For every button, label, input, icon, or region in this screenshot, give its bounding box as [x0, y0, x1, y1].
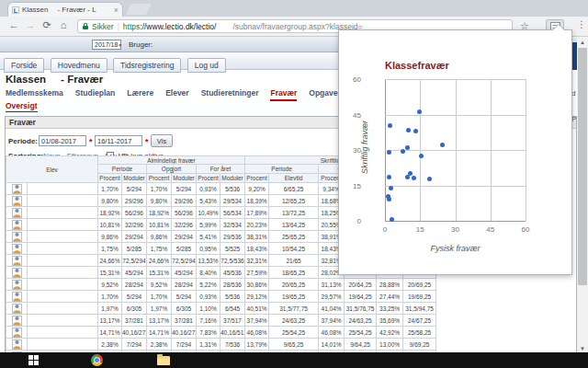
- student-icon[interactable]: [12, 232, 22, 242]
- value-cell: 56/534: [220, 207, 245, 219]
- student-icon[interactable]: [12, 328, 22, 338]
- value-cell: 19/64,25: [345, 291, 377, 303]
- student-icon[interactable]: [12, 316, 22, 326]
- nav-logud[interactable]: Log ud: [187, 58, 226, 73]
- scatter-point: [417, 109, 422, 114]
- browser-tab[interactable]: L Klassen- Fravær - L ×: [7, 2, 123, 17]
- scrollbar-thumb[interactable]: [578, 48, 587, 285]
- reload-icon[interactable]: ⟳: [40, 19, 53, 31]
- subgroup-for-aaret: For året: [197, 165, 245, 174]
- vis-button[interactable]: Vis: [151, 134, 173, 147]
- value-cell: 25/58,25: [403, 327, 436, 339]
- y-tick-label: 60: [341, 75, 361, 84]
- periode-label: Periode:: [8, 137, 38, 145]
- padlock-icon: [83, 23, 88, 29]
- value-cell: 2,38%: [147, 339, 172, 351]
- value-cell: 9,86%: [98, 231, 122, 243]
- tab-opgaver[interactable]: Opgaver: [309, 88, 341, 101]
- student-icon[interactable]: [12, 292, 22, 302]
- value-cell: 1,31%: [197, 339, 220, 351]
- value-cell: 72,5/536: [220, 255, 245, 267]
- nav-forside[interactable]: Forside: [4, 58, 44, 73]
- value-cell: 1,70%: [147, 291, 172, 303]
- forward-icon[interactable]: →: [24, 19, 37, 30]
- value-cell: 25/54,25: [345, 327, 377, 339]
- value-cell: 20,23%: [245, 219, 269, 231]
- value-cell: 31,5/77,75: [269, 303, 319, 315]
- tab-studieretninger[interactable]: Studieretninger: [201, 88, 259, 101]
- student-icon[interactable]: [12, 244, 22, 254]
- student-icon[interactable]: [12, 208, 22, 218]
- student-icon[interactable]: [12, 280, 22, 290]
- student-icon[interactable]: [12, 304, 22, 314]
- nav-hovedmenu[interactable]: Hovedmenu: [51, 58, 107, 73]
- value-cell: 10/54,25: [269, 243, 319, 255]
- value-cell: 15,31%: [98, 267, 122, 279]
- table-row: 13,17%37/28113,17%37/2817,16%37/51737,94…: [6, 315, 436, 327]
- tab-studieplan[interactable]: Studieplan: [75, 88, 115, 101]
- col-header-elev: Elev: [6, 156, 98, 183]
- value-cell: 13,17%: [147, 315, 172, 327]
- value-cell: 18,39%: [245, 195, 269, 207]
- value-cell: 24/67,25: [403, 315, 436, 327]
- tab-medlemsskema[interactable]: Medlemsskema: [6, 88, 63, 101]
- value-cell: 40,16/513: [220, 327, 245, 339]
- value-cell: 6/545: [220, 303, 245, 315]
- value-cell: 10,81%: [147, 219, 172, 231]
- value-cell: 31,13%: [319, 279, 345, 291]
- student-icon[interactable]: [12, 184, 22, 194]
- value-cell: 10,49%: [197, 207, 220, 219]
- tab-close-icon[interactable]: ×: [114, 6, 119, 15]
- subtab-oversigt[interactable]: Oversigt: [6, 101, 38, 112]
- nav-tidsregistrering[interactable]: Tidsregistrering: [113, 58, 181, 73]
- student-icon[interactable]: [12, 339, 22, 350]
- browser-tabstrip: L Klassen- Fravær - L ×: [0, 0, 588, 17]
- value-cell: 9/64,25: [345, 339, 377, 351]
- school-year-select[interactable]: 2017/18▼: [92, 40, 121, 50]
- tab-fravaer[interactable]: Fravær: [270, 88, 297, 101]
- new-tab-button[interactable]: [126, 4, 152, 15]
- value-cell: 28/536: [220, 279, 245, 291]
- page-title: Klassen- Fravær: [6, 74, 103, 85]
- value-cell: 0,93%: [197, 291, 220, 303]
- value-cell: 1,97%: [147, 303, 172, 315]
- value-cell: 24,66%: [147, 255, 172, 267]
- value-cell: 9/65,25: [269, 339, 319, 351]
- value-cell: 29/294: [122, 231, 147, 243]
- chrome-menu-icon[interactable]: ⋮: [577, 19, 586, 29]
- back-icon[interactable]: ←: [7, 19, 20, 30]
- student-name-cell: [28, 339, 98, 351]
- scroll-up-icon[interactable]: ▲: [577, 37, 588, 48]
- value-cell: 5,43%: [197, 195, 220, 207]
- student-name-cell: [28, 315, 98, 327]
- start-button-icon[interactable]: [28, 355, 39, 365]
- value-cell: 29/296: [172, 195, 197, 207]
- student-icon[interactable]: [12, 256, 22, 266]
- value-cell: 20/69,25: [403, 279, 436, 291]
- table-row: 9,52%28/2949,52%28/2945,22%28/53630,86%2…: [6, 279, 436, 291]
- tab-laerere[interactable]: Lærere: [127, 88, 153, 101]
- date-to-input[interactable]: [95, 135, 142, 146]
- scatter-point: [413, 129, 418, 133]
- file-explorer-icon[interactable]: [157, 356, 170, 365]
- page-scrollbar[interactable]: ▲ ▼: [577, 37, 588, 354]
- value-cell: 1,70%: [98, 291, 122, 303]
- student-icon[interactable]: [12, 268, 22, 278]
- tab-elever[interactable]: Elever: [165, 88, 189, 101]
- value-cell: 13,17%: [98, 315, 122, 327]
- value-cell: 1,75%: [147, 243, 172, 255]
- scatter-point: [401, 149, 405, 154]
- value-cell: 20/64,25: [345, 279, 377, 291]
- student-icon[interactable]: [12, 220, 22, 230]
- gridline: [385, 115, 526, 116]
- value-cell: 14,71%: [147, 327, 172, 339]
- select-caret-icon: ▼: [118, 42, 122, 48]
- value-cell: 9,80%: [98, 195, 122, 207]
- student-icon[interactable]: [12, 196, 22, 206]
- chrome-taskbar-icon[interactable]: [91, 354, 103, 366]
- student-name-cell: [28, 303, 98, 315]
- value-cell: 9,20%: [245, 183, 269, 195]
- value-cell: 1,10%: [197, 303, 220, 315]
- home-icon[interactable]: ⌂: [57, 19, 70, 30]
- date-from-input[interactable]: [39, 135, 86, 146]
